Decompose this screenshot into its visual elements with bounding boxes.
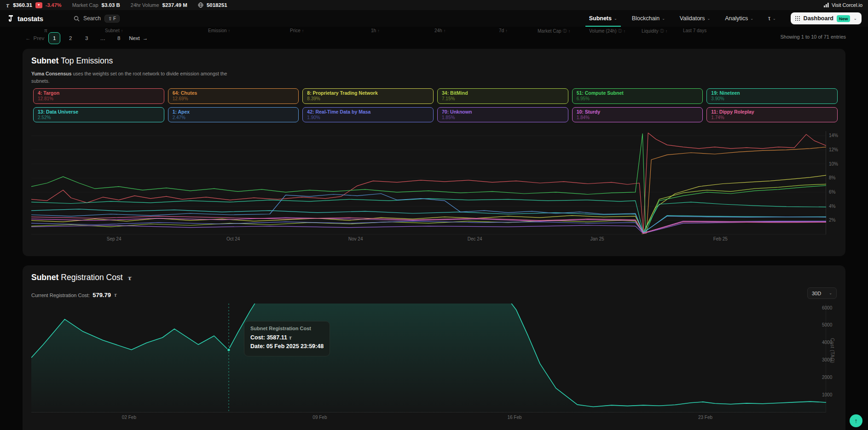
column-header-price[interactable]: Price↑ <box>290 28 304 33</box>
subnet-tag-11-dippy-roleplay[interactable]: 11: Dippy Roleplay1.74% <box>706 107 838 123</box>
nav-item-analytics[interactable]: Analytics⌄ <box>725 10 753 27</box>
x-tick-label: Sep 24 <box>107 236 122 241</box>
subnet-tag-4-targon[interactable]: 4: Targon12.81% <box>33 88 164 104</box>
subnet-tag-42-real-time-data-by-masa[interactable]: 42: Real-Time Data by Masa1.90% <box>302 107 434 123</box>
bar-chart-icon <box>824 3 829 7</box>
column-header-24h[interactable]: 24h↑ <box>434 28 446 33</box>
y-tick-label: 4% <box>829 204 835 209</box>
pagination-page-2[interactable]: 2 <box>64 32 76 44</box>
y-tick-label: 8% <box>829 175 835 180</box>
y-tick-label: 3000 <box>822 357 832 362</box>
subnet-tag-percent: 1.84% <box>577 115 699 121</box>
column-header-label: Volume (24h) <box>589 29 616 34</box>
column-header-liquidity[interactable]: Liquidityⓘ↑ <box>642 28 667 34</box>
table-strip: πSubnet↑Emission↑Price↑1h↑24h↑7d↑Market … <box>0 27 868 48</box>
dashboard-label: Dashboard <box>804 15 833 22</box>
subnet-tag-1-apex[interactable]: 1: Apex2.47% <box>168 107 299 123</box>
subnet-tag-label: 64: Chutes <box>173 90 295 96</box>
x-tick-label: Dec 24 <box>468 236 482 241</box>
column-header-emission[interactable]: Emission↑ <box>208 28 230 33</box>
chevron-down-icon: ⌄ <box>707 17 711 21</box>
arrow-left-icon: ← <box>25 35 31 41</box>
x-tick-label: 09 Feb <box>312 415 327 420</box>
subnet-tag-label: 51: Compute Subnet <box>577 90 699 96</box>
dashboard-button[interactable]: Dashboard New ⌄ <box>791 12 862 24</box>
scroll-to-top-button[interactable]: ↑ <box>850 414 862 427</box>
subnet-tag-70-unknown[interactable]: 70: Unknown1.85% <box>437 107 568 123</box>
pagination-page-3[interactable]: 3 <box>81 32 93 44</box>
title-strong: Subnet <box>31 273 58 282</box>
subnet-tag-percent: 2.52% <box>38 115 160 121</box>
sort-arrow-icon: ↑ <box>302 29 304 33</box>
new-badge: New <box>837 15 851 22</box>
visit-corcel-link[interactable]: Visit Corcel.io <box>824 2 862 8</box>
x-tick-label: Feb 25 <box>713 236 728 241</box>
sort-arrow-icon: ↑ <box>665 29 668 34</box>
subnet-tag-34-bitmind[interactable]: 34: BitMind7.15% <box>437 88 568 104</box>
column-header-market-cap[interactable]: Market Capⓘ↑ <box>538 28 570 34</box>
subnet-tag-19-nineteen[interactable]: 19: Nineteen3.90% <box>706 88 838 104</box>
x-tick-label: Oct 24 <box>226 236 240 241</box>
taostats-logo-icon <box>7 15 14 22</box>
price-change-badge: ▾ <box>35 2 42 8</box>
search-control[interactable]: Search ⇧ F <box>74 15 120 23</box>
subnet-tag-10-sturdy[interactable]: 10: Sturdy1.84% <box>572 107 703 123</box>
visit-corcel-label: Visit Corcel.io <box>832 2 862 8</box>
search-label: Search <box>83 15 101 22</box>
nav-items: Subnets⌄Blockchain⌄Validators⌄Analytics⌄… <box>589 10 776 27</box>
sort-arrow-icon: ↑ <box>623 29 625 34</box>
sort-arrow-icon: ↑ <box>568 29 571 34</box>
subnet-tag-label: 13: Data Universe <box>38 109 160 115</box>
time-range-select[interactable]: 30D ⌄ <box>807 287 837 299</box>
current-cost-value: 579.79 <box>93 292 111 298</box>
nav-item-blockchain[interactable]: Blockchain⌄ <box>632 10 665 27</box>
brand-logo[interactable]: taostats <box>7 15 43 23</box>
registration-chart[interactable] <box>31 304 826 413</box>
column-header-volume-24h[interactable]: Volume (24h)ⓘ↑ <box>589 28 625 34</box>
nav-item-label: Validators <box>680 15 705 22</box>
column-header-label: 1h <box>371 28 376 33</box>
triangle-down-icon: ▾ <box>38 3 40 7</box>
subnet-tag-51-compute-subnet[interactable]: 51: Compute Subnet6.95% <box>572 88 703 104</box>
volume-label: 24hr Volume <box>131 2 159 8</box>
subnet-tag-percent: 6.95% <box>577 96 699 102</box>
search-shortcut-hint: ⇧ F <box>104 15 120 23</box>
sort-arrow-icon: ↑ <box>228 29 231 33</box>
chevron-down-icon: ⌄ <box>829 291 832 295</box>
column-header-label: Liquidity <box>642 29 659 34</box>
nav-item-item[interactable]: τ⌄ <box>768 10 776 27</box>
subnet-tag-8-proprietary-trading-network[interactable]: 8: Proprietary Trading Network8.39% <box>302 88 434 104</box>
nav-item-subnets[interactable]: Subnets⌄ <box>589 10 617 27</box>
y-tick-label: 6000 <box>822 305 832 310</box>
y-tick-label: 10% <box>829 161 838 166</box>
nav-item-validators[interactable]: Validators⌄ <box>680 10 710 27</box>
sort-arrow-icon: ↑ <box>505 29 508 33</box>
column-header-1h[interactable]: 1h↑ <box>371 28 380 33</box>
subnet-tag-64-chutes[interactable]: 64: Chutes12.69% <box>168 88 299 104</box>
brand-name: taostats <box>17 15 43 23</box>
emissions-chart[interactable] <box>31 131 826 235</box>
tooltip-cost: Cost: 3587.11τ <box>250 333 324 342</box>
registration-area-fill <box>31 304 826 413</box>
registration-card-title: SubnetRegistration Costτ <box>31 273 131 282</box>
column-header-label: Price <box>290 28 301 33</box>
column-header-last-7-days[interactable]: Last 7 days <box>683 28 706 33</box>
tooltip-date: Date: 05 Feb 2025 23:59:48 <box>250 342 324 351</box>
ticker-bar: τ $360.31 ▾ -3.47% Market Cap $3.03 B 24… <box>0 0 868 10</box>
pagination-next-button[interactable]: Next→ <box>129 35 148 41</box>
pagination-page-1[interactable]: 1 <box>48 32 60 44</box>
pagination-page-8[interactable]: 8 <box>113 32 125 44</box>
info-icon: ⓘ <box>563 28 567 34</box>
emissions-card-title: SubnetTop Emissions <box>31 56 113 66</box>
nav-menu: Subnets⌄Blockchain⌄Validators⌄Analytics⌄… <box>589 10 862 27</box>
subnet-tag-13-data-universe[interactable]: 13: Data Universe2.52% <box>33 107 164 123</box>
column-header-label: Last 7 days <box>683 28 706 33</box>
subnet-tag-label: 42: Real-Time Data by Masa <box>307 109 429 115</box>
pagination-prev-button[interactable]: ←Prev <box>25 35 44 41</box>
tooltip-title: Subnet Registration Cost <box>250 326 324 331</box>
series-line-13-data-universe <box>31 209 826 233</box>
series-line-51-compute-subnet <box>31 134 826 233</box>
column-header-label: 24h <box>434 28 442 33</box>
column-header-7d[interactable]: 7d↑ <box>499 28 508 33</box>
subnet-tag-percent: 7.15% <box>442 96 564 102</box>
